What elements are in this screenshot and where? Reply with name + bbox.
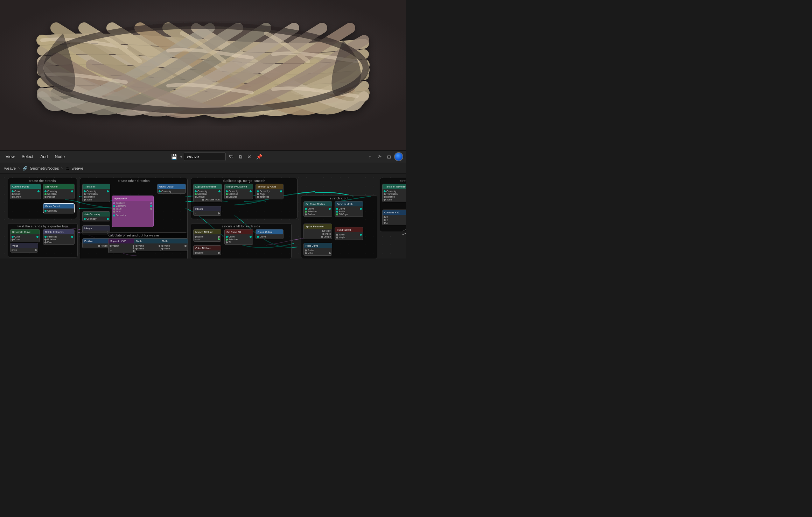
node-repeat-well[interactable]: repeat well? Iterations Geometry Value I… (112, 196, 154, 227)
bc-geo-icon: 🔗 (22, 166, 28, 171)
node-co-1[interactable]: Position Position (82, 238, 110, 248)
menu-select[interactable]: Select (19, 153, 36, 160)
grid-icon-btn[interactable]: ⊞ (385, 153, 393, 161)
user-globe-btn[interactable] (394, 152, 403, 161)
braid-render (0, 0, 406, 150)
node-co-2[interactable]: Separate XYZ Vector X Y (108, 238, 136, 253)
group-create-strands: create the strands Curve to Points Curve… (8, 178, 77, 219)
menu-node[interactable]: Node (52, 153, 68, 160)
node-co-4[interactable]: Math Value Value (134, 238, 162, 251)
node-ct-2[interactable]: Set Curve Tilt Curve Selection Tilt (224, 229, 253, 245)
node-cod-3[interactable]: Group Output Geometry (157, 184, 186, 194)
toolbar: View Select Add Node 💾 ▾ 🛡 ⧉ ✕ 📌 ↑ ⟳ ⊞ (0, 150, 406, 163)
node-bc-3[interactable]: Spline Parameter Factor Index Length (303, 224, 332, 239)
bc-sep-2: > (61, 166, 63, 170)
menu-view[interactable]: View (3, 153, 18, 160)
group-twist-strands-label: twist the strands by a quarter turn (8, 224, 77, 229)
node-ts-2[interactable]: Rotate Instances Instances Rotation Pivo… (43, 229, 75, 245)
group-create-other-dir-label: create other direction (80, 178, 187, 184)
node-ts-1[interactable]: Resample Curve Curve Count (10, 229, 40, 242)
node-sio-2[interactable]: Combine XYZ X Y Z (382, 210, 406, 225)
group-create-strands-label: create the strands (8, 178, 77, 184)
node-bc-2[interactable]: Curve to Mesh Curve Profile Fill Caps (335, 201, 363, 217)
group-twist-strands: twist the strands by a quarter turn Resa… (8, 223, 78, 257)
node-bc-4[interactable]: Float Curve Factor Value (303, 243, 332, 256)
copy-icon-btn[interactable]: ⧉ (237, 153, 244, 161)
group-calc-tilt: calculate tilt for each side Named Attri… (191, 223, 292, 258)
group-dup-merge-smooth: duplicate up, merge, smooth Duplicate El… (191, 178, 298, 219)
group-dup-merge-smooth-label: duplicate up, merge, smooth (191, 178, 297, 184)
bc-weave-icon: 🗂 (65, 166, 70, 171)
toolbar-right: ↑ ⟳ ⊞ (366, 152, 403, 161)
group-calc-tilt-label: calculate tilt for each side (191, 224, 291, 229)
node-dms-3[interactable]: Smooth by Angle Geometry Angle Iteration… (255, 184, 284, 199)
group-bevel-curve-label: stretch it out (301, 196, 377, 201)
node-sio-1[interactable]: Transform Geometry Geometry Translation … (382, 184, 406, 202)
bc-sep-1: > (18, 166, 20, 170)
toolbar-center: 💾 ▾ 🛡 ⧉ ✕ 📌 (169, 153, 264, 161)
breadcrumb: weave > 🔗 GeometryNodes > 🗂 weave (0, 163, 406, 173)
menu-add[interactable]: Add (37, 153, 50, 160)
node-dms-1[interactable]: Duplicate Elements Geometry Selection Am… (193, 184, 222, 202)
node-cod-2[interactable]: Join Geometry Geometry (82, 211, 110, 221)
node-ts-input[interactable]: Value 0.785 (10, 243, 38, 253)
shield-icon-btn[interactable]: 🛡 (227, 153, 236, 160)
pin-icon-btn[interactable]: 📌 (254, 153, 264, 160)
node-co-6[interactable]: Math Value Value (160, 238, 188, 251)
node-ct-1[interactable]: Named Attribute Name exists (193, 229, 221, 242)
node-cs-out[interactable]: Group Output Geometry (43, 203, 75, 213)
node-ct-color[interactable]: Color Attribute Name (193, 245, 221, 255)
group-calc-offset: calculate offset and out for weave Posit… (80, 232, 188, 258)
bc-weave-root[interactable]: weave (4, 166, 16, 170)
node-dms-val1[interactable]: Integer 2 (193, 206, 221, 216)
node-ct-3[interactable]: Group Output Curve (255, 229, 284, 239)
node-cs-1[interactable]: Curve to Points Curve Count Length (10, 184, 41, 199)
bc-weave-leaf[interactable]: weave (72, 166, 83, 170)
save-icon-btn[interactable]: 💾 (169, 153, 179, 160)
group-calc-offset-label: calculate offset and out for weave (80, 233, 187, 238)
node-editor[interactable]: create the strands Curve to Points Curve… (0, 173, 406, 258)
node-bc-5[interactable]: Quadrilateral Width Height (335, 227, 363, 240)
node-name-input[interactable] (184, 153, 226, 161)
node-bc-1[interactable]: Set Curve Radius Curve Selection Radius (303, 201, 332, 217)
loop-icon-btn[interactable]: ⟳ (375, 153, 384, 161)
close-icon-btn[interactable]: ✕ (245, 153, 253, 160)
group-bevel-curve: stretch it out Set Curve Radius Curve Se… (301, 195, 377, 258)
node-dms-2[interactable]: Merge by Distance Geometry Selection Dis… (224, 184, 253, 199)
viewport-3d[interactable] (0, 0, 406, 150)
bc-geometry-nodes[interactable]: GeometryNodes (30, 166, 59, 170)
node-cs-2[interactable]: Set Position Geometry Selection Position (43, 184, 75, 199)
node-cod-1[interactable]: Transform Geometry Translation Rotation … (82, 184, 110, 202)
group-stretch-it-out: stretch it out Transform Geometry Geomet… (380, 178, 406, 232)
group-stretch-it-out-label: stretch it out (380, 178, 406, 184)
up-icon-btn[interactable]: ↑ (366, 153, 374, 161)
